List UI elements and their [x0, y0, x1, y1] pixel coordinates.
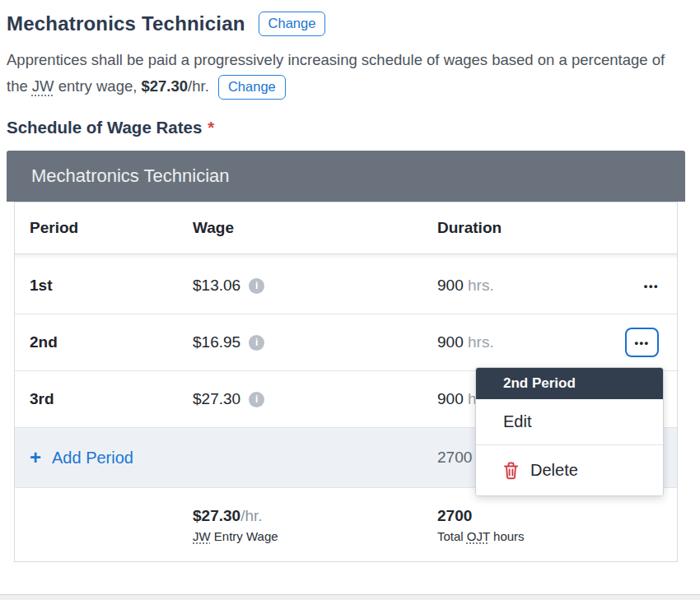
intro-text-3: /hr.: [188, 77, 209, 95]
page-title: Mechatronics Technician: [7, 12, 245, 35]
period-cell: 3rd: [15, 390, 193, 408]
plus-icon: +: [30, 448, 41, 467]
menu-item-delete[interactable]: Delete: [476, 445, 663, 495]
entry-wage-unit: /hr.: [240, 507, 262, 524]
wage-value: $16.95: [193, 333, 240, 351]
entry-wage-summary: $27.30/hr. JW Entry Wage: [193, 507, 437, 543]
bottom-divider: [0, 594, 700, 600]
add-period-cell: + Add Period: [15, 448, 437, 467]
entry-wage-amount: $27.30: [193, 507, 240, 524]
duration-unit: hrs.: [468, 333, 494, 351]
jw-abbreviation: JW: [32, 77, 54, 95]
column-header-period: Period: [15, 219, 193, 237]
duration-value: 900: [437, 390, 464, 407]
duration-value: 900: [437, 333, 464, 351]
row-menu-button-active[interactable]: •••: [625, 328, 659, 357]
row-actions-cell: •••: [586, 280, 677, 292]
table-row: 2nd $16.95 i 900 hrs. •••: [15, 314, 677, 371]
required-asterisk: *: [208, 118, 214, 137]
section-heading-text: Schedule of Wage Rates: [7, 118, 202, 137]
wage-cell: $16.95 i: [193, 333, 437, 351]
row-menu-button[interactable]: •••: [644, 280, 659, 292]
add-period-button[interactable]: + Add Period: [30, 448, 437, 467]
duration-value: 900: [437, 277, 464, 294]
table-footer-row: $27.30/hr. JW Entry Wage 2700 Total OJT …: [15, 488, 677, 561]
trash-icon: [503, 462, 519, 480]
page: Mechatronics Technician Change Apprentic…: [0, 0, 700, 600]
period-cell: 1st: [15, 277, 193, 295]
total-hours-summary: 2700 Total OJT hours: [437, 507, 586, 543]
ojt-abbreviation: OJT: [467, 529, 490, 543]
jw-abbreviation: JW: [193, 529, 211, 543]
context-menu-header: 2nd Period: [476, 368, 663, 399]
change-occupation-button[interactable]: Change: [259, 12, 326, 36]
entry-wage-caption: JW Entry Wage: [193, 529, 437, 543]
wage-cell: $13.06 i: [193, 277, 437, 295]
period-cell: 2nd: [15, 333, 193, 351]
intro-paragraph: Apprentices shall be paid a progressivel…: [7, 47, 670, 100]
duration-unit: hrs.: [468, 277, 494, 294]
section-heading: Schedule of Wage Rates*: [7, 118, 214, 137]
table-row: 1st $13.06 i 900 hrs. •••: [15, 258, 677, 314]
duration-cell: 900 hrs.: [437, 277, 586, 295]
entry-wage-value: $27.30: [142, 77, 189, 95]
panel-title: Mechatronics Technician: [7, 165, 230, 187]
table-header-row: Period Wage Duration: [15, 202, 677, 254]
menu-item-edit[interactable]: Edit: [476, 399, 663, 445]
edit-label: Edit: [503, 412, 531, 431]
row-actions-cell: •••: [586, 328, 677, 357]
change-wage-button[interactable]: Change: [218, 75, 286, 100]
wage-value: $13.06: [193, 277, 240, 295]
total-hours-line: 2700: [437, 507, 586, 525]
entry-wage-line: $27.30/hr.: [193, 507, 437, 525]
total-hours-value: 2700: [437, 507, 472, 524]
dots-icon: •••: [634, 337, 649, 349]
wage-cell: $27.30 i: [193, 390, 437, 408]
column-header-duration: Duration: [437, 219, 586, 237]
total-caption-post: hours: [490, 529, 525, 543]
info-icon[interactable]: i: [249, 392, 264, 407]
wage-value: $27.30: [193, 390, 240, 408]
intro-text-2: entry wage,: [54, 77, 142, 95]
duration-cell: 900 hrs.: [437, 333, 586, 351]
total-caption-pre: Total: [437, 529, 467, 543]
column-header-wage: Wage: [193, 219, 437, 237]
total-hours-caption: Total OJT hours: [437, 529, 586, 543]
entry-wage-caption-rest: Entry Wage: [211, 529, 278, 543]
title-row: Mechatronics Technician Change: [7, 12, 325, 36]
delete-label: Delete: [530, 461, 578, 480]
info-icon[interactable]: i: [249, 278, 264, 294]
row-context-menu: 2nd Period Edit Delete: [475, 367, 664, 496]
panel-header: Mechatronics Technician: [7, 151, 685, 202]
add-period-label: Add Period: [52, 449, 133, 467]
info-icon[interactable]: i: [249, 335, 264, 351]
